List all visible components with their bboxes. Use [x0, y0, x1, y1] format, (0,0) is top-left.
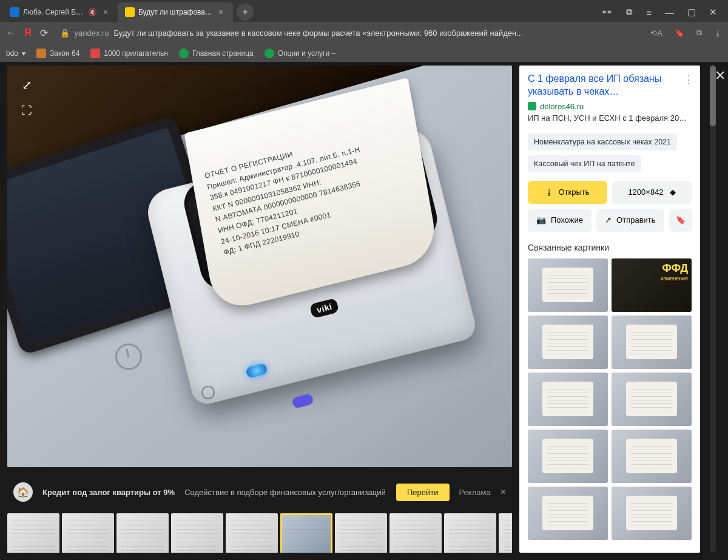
ffd-label: ФФД — [662, 262, 688, 275]
tab-favicon-play — [10, 7, 19, 17]
receipt-printer-image: ОТЧЕТ О РЕГИСТРАЦИИ Пришел: Администрато… — [7, 66, 512, 467]
tab-bar: Любэ, Сергей Безру 🔇 × Будут ли штрафова… — [0, 0, 728, 22]
tab-inactive[interactable]: Любэ, Сергей Безру 🔇 × — [2, 2, 118, 22]
bookmark-favicon — [179, 49, 189, 58]
thumbnail[interactable] — [62, 513, 114, 553]
open-button[interactable]: ⭳Открыть — [528, 181, 607, 204]
bookmark-item[interactable]: 1000 прилагательн — [90, 49, 168, 58]
thumbnail[interactable] — [499, 513, 512, 553]
related-image[interactable] — [528, 373, 608, 426]
thumbnail[interactable] — [171, 513, 223, 553]
source-host[interactable]: deloros46.ru — [540, 102, 584, 111]
ad-subtitle: Содействие в подборе финансовых услуг/ор… — [184, 488, 386, 497]
chevron-down-icon: ▾ — [22, 49, 25, 58]
bookmark-label: Опции и услуги – — [278, 49, 335, 58]
related-image[interactable]: ФФДизменения — [612, 258, 692, 312]
bookmark-outline-icon: 🔖 — [676, 215, 686, 224]
image-stage[interactable]: ОТЧЕТ О РЕГИСТРАЦИИ Пришел: Администрато… — [7, 66, 512, 467]
source-description: ИП на ПСН, УСН и ЕСХН с 1 февраля 20… — [528, 113, 692, 123]
back-icon[interactable]: ← — [6, 27, 16, 38]
close-window-icon[interactable]: ✕ — [709, 7, 717, 18]
save-bookmark-button[interactable]: 🔖 — [669, 209, 692, 232]
thumbnail[interactable] — [389, 513, 442, 553]
info-panel: ⋮ С 1 февраля все ИП обязаны указывать в… — [519, 66, 700, 553]
ad-go-button[interactable]: Перейти — [396, 484, 450, 501]
reload-icon[interactable]: ⟳ — [40, 27, 48, 39]
downloads-icon[interactable]: ⭳ — [714, 29, 722, 38]
scrollbar[interactable] — [710, 66, 716, 553]
close-viewer-icon[interactable]: ✕ — [712, 68, 728, 84]
tag-chip[interactable]: Номенклатура на кассовых чеках 2021 — [528, 133, 677, 150]
yandex-home-icon[interactable]: Я — [24, 27, 32, 38]
bookmark-label: Главная страница — [192, 49, 254, 58]
thumbnail[interactable] — [226, 513, 278, 553]
share-icon: ↗ — [605, 215, 612, 224]
related-image[interactable] — [528, 487, 608, 540]
bookmark-item[interactable]: Закон 64 — [36, 49, 79, 58]
tag-chip[interactable]: Кассовый чек ИП на патенте — [528, 155, 641, 172]
bookmark-item[interactable]: Главная страница — [179, 49, 254, 58]
copy-icon[interactable]: ⧉ — [626, 7, 633, 18]
share-label: Отправить — [616, 215, 655, 224]
download-icon: ⭳ — [545, 187, 553, 197]
related-image[interactable] — [612, 315, 692, 369]
image-viewer: ОТЧЕТ О РЕГИСТРАЦИИ Пришел: Администрато… — [7, 66, 512, 553]
bookmark-label: Закон 64 — [50, 49, 79, 58]
related-image[interactable] — [528, 258, 608, 312]
tab-active[interactable]: Будут ли штрафовать з × — [118, 2, 233, 22]
bookmarks-bar: bdo▾ Закон 64 1000 прилагательн Главная … — [0, 44, 728, 62]
bookmark-item[interactable]: Опции и услуги – — [265, 49, 335, 58]
reader-icon[interactable]: 👓 — [601, 7, 613, 18]
address-host: yandex.ru — [75, 29, 109, 38]
related-image[interactable] — [528, 315, 608, 369]
thumbnail[interactable] — [7, 513, 59, 553]
thumbnail[interactable] — [444, 513, 496, 553]
new-tab-button[interactable]: + — [237, 4, 254, 21]
image-source-title[interactable]: С 1 февраля все ИП обязаны указывать в ч… — [528, 73, 661, 96]
related-image[interactable] — [612, 430, 692, 483]
bookmark-item[interactable]: bdo▾ — [6, 49, 25, 58]
content-area: ОТЧЕТ О РЕГИСТРАЦИИ Пришел: Администрато… — [0, 62, 728, 560]
ad-close-icon[interactable]: × — [500, 487, 506, 498]
thumbnail[interactable] — [335, 513, 387, 553]
extensions-icon[interactable]: ⧉ — [696, 28, 702, 38]
address-bar: ← Я ⟳ 🔒 yandex.ru Будут ли штрафовать за… — [0, 22, 728, 44]
minimize-icon[interactable]: ― — [665, 7, 674, 18]
ad-title: Кредит под залог квартиры от 9% — [42, 488, 175, 497]
thumbnail[interactable] — [116, 513, 169, 553]
bookmark-label: 1000 прилагательн — [104, 49, 168, 58]
bookmark-icon[interactable]: 🔖 — [675, 29, 684, 38]
bookmark-favicon — [90, 49, 100, 58]
more-icon[interactable]: ⋮ — [683, 73, 694, 86]
maximize-icon[interactable]: ▢ — [687, 7, 696, 18]
translate-icon[interactable]: ⟲A — [650, 29, 662, 38]
similar-label: Похожие — [551, 215, 583, 224]
address-field[interactable]: 🔒 yandex.ru Будут ли штрафовать за указа… — [56, 27, 642, 39]
source-favicon — [528, 102, 536, 110]
crop-icon[interactable]: ⛶ — [16, 100, 38, 121]
fullscreen-icon[interactable]: ⤢ — [16, 74, 38, 96]
close-icon[interactable]: × — [216, 7, 226, 17]
dimensions-button[interactable]: 1200×842◆ — [612, 181, 692, 204]
share-button[interactable]: ↗Отправить — [596, 209, 664, 232]
similar-button[interactable]: 📷Похожие — [528, 209, 592, 232]
related-image[interactable] — [528, 430, 608, 483]
tab-title: Любэ, Сергей Безру — [23, 8, 84, 16]
bookmark-label: bdo — [6, 49, 18, 58]
thumbnail-strip[interactable] — [7, 512, 512, 553]
ad-label: Реклама — [459, 488, 491, 497]
dimensions-label: 1200×842 — [628, 187, 663, 197]
bookmark-favicon — [265, 49, 274, 58]
related-image[interactable] — [612, 373, 692, 426]
sort-icon: ◆ — [670, 187, 676, 197]
related-image[interactable] — [612, 487, 692, 540]
tab-favicon-images — [125, 7, 135, 17]
related-header: Связанные картинки — [528, 243, 692, 252]
ad-banner: 🏠 Кредит под залог квартиры от 9% Содейс… — [7, 477, 512, 507]
lock-icon: 🔒 — [60, 29, 70, 38]
ad-logo: 🏠 — [13, 482, 33, 502]
menu-icon[interactable]: ≡ — [646, 7, 652, 18]
thumbnail-selected[interactable] — [280, 513, 332, 553]
mute-icon[interactable]: 🔇 — [88, 8, 97, 16]
close-icon[interactable]: × — [101, 7, 110, 17]
